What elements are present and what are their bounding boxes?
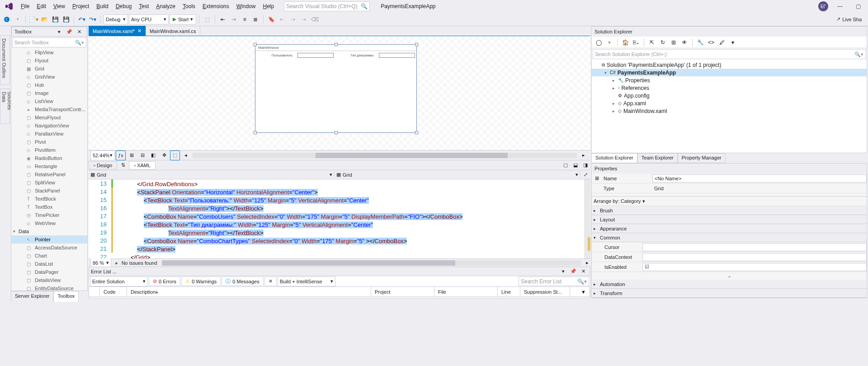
arrange-by[interactable]: Arrange by: Category ▾ [592, 198, 645, 204]
doc-tab[interactable]: MainWindow.xaml*✕ [89, 26, 146, 36]
prop-value[interactable] [642, 253, 867, 261]
se-code[interactable]: <> [706, 38, 716, 47]
split-mode-3[interactable]: ◨ [580, 160, 590, 170]
build-scope-combo[interactable]: Build + IntelliSense▾ [278, 277, 335, 286]
toolbox-item[interactable]: ▢DataList [11, 260, 87, 268]
solexp-search[interactable]: Search Solution Explorer (Ctrl+;)🔍▾ [593, 49, 866, 59]
selection-handle[interactable] [415, 131, 418, 134]
menu-project[interactable]: Project [69, 1, 93, 11]
designer-combo-chart[interactable] [379, 53, 415, 58]
nav-back-button[interactable] [2, 14, 12, 24]
se-fwd[interactable]: ▾ [604, 38, 614, 47]
selection-handle[interactable] [335, 131, 338, 134]
se-design[interactable]: 🖉 [717, 38, 727, 47]
new-project-button[interactable]: 📄▾ [28, 14, 38, 24]
toolbox-item[interactable]: ▢Image [11, 89, 87, 97]
tree-node[interactable]: ▸🔧Properties [592, 76, 867, 84]
error-search[interactable]: Search Error List🔍▾ [519, 277, 589, 286]
prop-name-value[interactable]: <No Name> [652, 174, 867, 183]
toolbox-item[interactable]: ▢Hub [11, 81, 87, 89]
toolbox-item[interactable]: ▭Rectangle [11, 162, 87, 170]
snaplines-button[interactable]: ✥ [159, 150, 169, 160]
toolbox-item[interactable]: ↖Pointer [11, 235, 87, 244]
undo-button[interactable]: ↶▾ [77, 14, 87, 24]
tab-xaml[interactable]: ▫ XAML [129, 161, 156, 169]
error-list-pin[interactable]: 📌 [568, 267, 578, 277]
error-col[interactable]: File [434, 287, 498, 296]
error-scope-combo[interactable]: Entire Solution▾ [90, 277, 148, 286]
close-icon[interactable]: ✕ [74, 27, 84, 37]
toolbox-item[interactable]: ▢SplitView [11, 178, 87, 187]
toolbox-item[interactable]: ▢MenuFlyout [11, 113, 87, 122]
tree-node[interactable]: ⚙App.config [592, 92, 867, 99]
right-tab[interactable]: Property Manager [678, 153, 726, 163]
prop-category[interactable]: ▸Appearance [592, 224, 867, 233]
toolbox-search[interactable]: Search Toolbox 🔍▾ [12, 38, 86, 47]
menu-view[interactable]: View [50, 1, 69, 11]
designer-zoom[interactable]: 52.44%▾ [90, 150, 115, 160]
split-mode-1[interactable]: ▢ [561, 160, 571, 170]
prop-category[interactable]: ▸Transform [592, 289, 867, 298]
right-tab[interactable]: Solution Explorer [591, 153, 637, 163]
se-back[interactable]: ◯ [594, 38, 604, 47]
prop-category[interactable]: ▸Automation [592, 280, 867, 289]
path-expand-icon[interactable]: ⤢ [580, 170, 590, 180]
toolbox-item[interactable]: ◇WebView [11, 219, 87, 227]
scroll-right-icon[interactable]: ▸ [586, 260, 589, 266]
error-col[interactable] [89, 287, 100, 296]
effects-button[interactable]: ƒx [116, 150, 126, 160]
bookmark-button[interactable]: 🔖 [266, 14, 276, 24]
code-hscroll[interactable] [162, 260, 581, 266]
error-col[interactable]: Code [100, 287, 127, 296]
sidebar-tab-data-sources[interactable]: Data Sources [0, 89, 10, 124]
tb-icon-2[interactable]: ⇤ [218, 14, 228, 24]
toolbox-item[interactable]: ▢RelativePanel [11, 170, 87, 178]
path-seg-2[interactable]: ▦Grid▾ [335, 172, 580, 178]
prop-value[interactable]: ☑ [642, 263, 867, 271]
tree-node[interactable]: ▸◇App.xaml [592, 99, 867, 107]
swap-panes-button[interactable]: ⇅ [117, 162, 129, 168]
menu-analyze[interactable]: Analyze [152, 1, 179, 11]
prop-value[interactable] [642, 243, 867, 251]
se-showall[interactable]: ⊞ [669, 38, 679, 47]
menu-window[interactable]: Window [233, 1, 259, 11]
designer-hscroll[interactable] [193, 153, 577, 158]
toolbox-item[interactable]: ▢DataPager [11, 268, 87, 276]
design-canvas[interactable]: MainWindow Пользователь: Тип диаграммы: [255, 44, 417, 133]
tb-icon-5[interactable]: ≣ [250, 14, 260, 24]
toolbox-item[interactable]: ▢DetailsView [11, 276, 87, 284]
tb-icon-3[interactable]: ⇥ [229, 14, 239, 24]
toolbox-item[interactable]: ▸MediaTransportContr... [11, 105, 87, 113]
quick-launch[interactable]: Search Visual Studio (Ctrl+Q) 🔍 [284, 1, 370, 11]
live-share-button[interactable]: ↗Live Sha [832, 16, 866, 22]
xaml-editor[interactable]: 1314151617181920212223 </Grid.RowDefinit… [89, 179, 590, 258]
toolbox-opts-icon[interactable]: ▾ [54, 27, 64, 37]
snap-button[interactable]: ⊟ [137, 150, 147, 160]
error-col[interactable]: Line [498, 287, 520, 296]
grid-button[interactable]: ⊞ [127, 150, 137, 160]
pin-icon[interactable]: 📌 [64, 27, 74, 37]
sidebar-tab-doc-outline[interactable]: Document Outline [0, 35, 10, 85]
toolbox-item[interactable]: ▢Chart [11, 252, 87, 260]
doc-tab[interactable]: MainWindow.xaml.cs [146, 26, 200, 36]
se-sync[interactable]: ⎘▾ [631, 38, 641, 47]
toolbox-item[interactable]: ◉RadioButton [11, 154, 87, 162]
warnings-filter[interactable]: ⚠0 Warnings [181, 277, 221, 286]
tab-server-explorer[interactable]: Server Explorer [11, 291, 53, 302]
toolbox-item[interactable]: TTextBlock [11, 195, 87, 203]
errors-filter[interactable]: ⊘0 Errors [149, 277, 180, 286]
toolbox-item[interactable]: ◇ListView [11, 97, 87, 105]
scroll-left[interactable]: ◂ [181, 150, 191, 160]
tb-icon-4[interactable]: ≡ [240, 14, 250, 24]
expand-more-icon[interactable]: ⌄ [592, 272, 867, 280]
code-content[interactable]: </Grid.RowDefinitions> <StackPanel Orien… [118, 179, 590, 258]
redo-button[interactable]: ↷▾ [88, 14, 98, 24]
error-list-opts[interactable]: ▾ [558, 267, 568, 277]
solution-tree[interactable]: ⧉Solution 'PaymentsExampleApp' (1 of 1 p… [592, 60, 867, 153]
selection-handle[interactable] [254, 43, 257, 46]
menu-build[interactable]: Build [93, 1, 112, 11]
last-button[interactable]: ⬚ [170, 150, 180, 160]
save-button[interactable]: 💾 [50, 14, 60, 24]
tree-node[interactable]: ▸▫References [592, 84, 867, 92]
designer-combo-user[interactable] [297, 53, 334, 58]
